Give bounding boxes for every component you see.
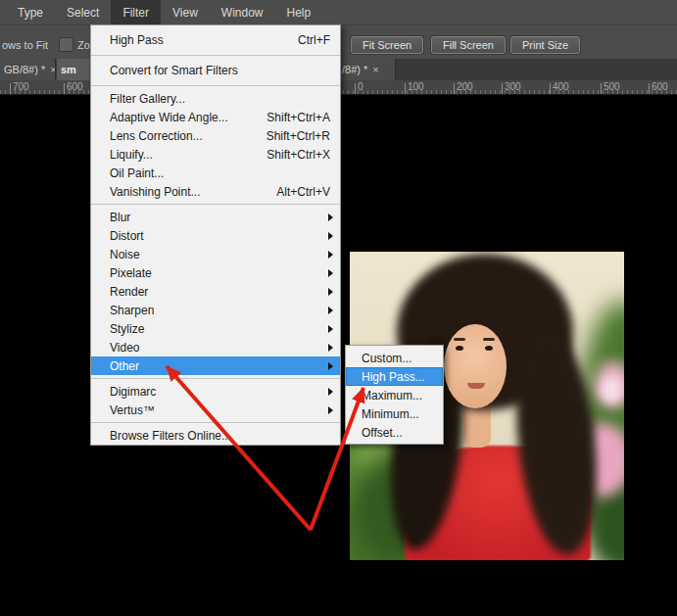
menu-item-blur[interactable]: Blur: [91, 208, 340, 226]
fit-screen-button[interactable]: Fit Screen: [351, 36, 423, 54]
menu-item-label: Offset...: [362, 426, 403, 440]
menu-item-maximum[interactable]: Maximum...: [346, 386, 443, 404]
ruler-major-tick: [550, 83, 551, 94]
submenu-arrow-icon: [328, 288, 333, 296]
menu-item-stylize[interactable]: Stylize: [91, 319, 340, 338]
menu-item-label: High Pass: [110, 33, 164, 47]
ruler-label: 500: [604, 81, 620, 92]
ruler-label: 200: [457, 81, 473, 92]
menu-item-label: Convert for Smart Filters: [110, 64, 238, 77]
menu-separator: [91, 85, 340, 86]
menu-item-label: Distort: [110, 229, 144, 243]
menu-item-label: Vertus™: [110, 403, 155, 417]
submenu-arrow-icon: [328, 213, 333, 221]
photo-flower-white: [601, 377, 622, 403]
menu-item-label: Vanishing Point...: [110, 185, 201, 199]
photo-face: [444, 324, 507, 408]
submenu-arrow-icon: [328, 388, 333, 396]
menu-item-label: Filter Gallery...: [110, 92, 185, 106]
menu-item-browse-filters-online[interactable]: Browse Filters Online...: [91, 426, 340, 445]
ruler-label: 300: [505, 81, 521, 92]
menu-item-shortcut: Shift+Ctrl+R: [266, 129, 333, 143]
submenu-arrow-icon: [328, 251, 333, 259]
document-tab-8[interactable]: /8#) *×: [338, 59, 396, 80]
resize-windows-to-fit-label: ows to Fit: [2, 39, 48, 51]
tab-close-icon[interactable]: ×: [50, 64, 56, 75]
menu-item-video[interactable]: Video: [91, 338, 340, 356]
menu-item-label: Pixelate: [110, 266, 152, 280]
menu-item-label: Oil Paint...: [110, 166, 164, 180]
document-tab-gb-8[interactable]: GB/8#) *×: [0, 59, 56, 80]
photoshop-window: TypeSelectFilterViewWindowHelp ows to Fi…: [0, 0, 677, 616]
menu-item-label: Adaptive Wide Angle...: [110, 111, 228, 124]
menu-item-render[interactable]: Render: [91, 282, 340, 301]
menu-item-label: Lens Correction...: [110, 129, 203, 143]
menu-item-label: High Pass...: [362, 370, 425, 384]
ruler-label: 600: [67, 81, 83, 92]
menu-separator: [91, 55, 340, 56]
photo-brow-left: [454, 338, 465, 341]
menu-item-convert-for-smart-filters[interactable]: Convert for Smart Filters: [91, 59, 340, 82]
menu-item-high-pass[interactable]: High PassCtrl+F: [91, 28, 340, 52]
menu-item-noise[interactable]: Noise: [91, 245, 340, 263]
menu-item-high-pass[interactable]: High Pass...: [346, 367, 443, 386]
tab-label: /8#) *: [342, 64, 367, 75]
menubar-item-help[interactable]: Help: [275, 0, 323, 24]
menubar-item-window[interactable]: Window: [210, 0, 275, 24]
menu-item-lens-correction[interactable]: Lens Correction...Shift+Ctrl+R: [91, 126, 340, 145]
submenu-arrow-icon: [328, 344, 333, 352]
menu-item-vertus[interactable]: Vertus™: [91, 401, 340, 419]
fill-screen-button[interactable]: Fill Screen: [431, 36, 506, 54]
menu-item-adaptive-wide-angle[interactable]: Adaptive Wide Angle...Shift+Ctrl+A: [91, 108, 340, 126]
ruler-label: 600: [652, 81, 668, 92]
menu-item-offset[interactable]: Offset...: [346, 423, 443, 442]
submenu-arrow-icon: [328, 406, 333, 414]
submenu-arrow-icon: [328, 362, 333, 370]
menubar-item-view[interactable]: View: [161, 0, 210, 24]
menu-item-shortcut: Alt+Ctrl+V: [276, 185, 333, 199]
menu-item-label: Video: [110, 341, 139, 355]
tab-label: sm: [61, 64, 76, 75]
tab-label: GB/8#) *: [4, 64, 45, 75]
menu-item-digimarc[interactable]: Digimarc: [91, 382, 340, 401]
menu-item-label: Liquify...: [110, 148, 153, 162]
menubar-item-filter[interactable]: Filter: [111, 0, 161, 24]
ruler-major-tick: [405, 83, 406, 94]
ruler-major-tick: [502, 83, 503, 94]
menu-item-pixelate[interactable]: Pixelate: [91, 263, 340, 282]
ruler-major-tick: [64, 83, 65, 94]
menu-item-oil-paint[interactable]: Oil Paint...: [91, 164, 340, 182]
menu-item-label: Render: [110, 285, 148, 299]
menu-item-label: Digimarc: [110, 385, 156, 399]
menu-item-label: Stylize: [110, 322, 144, 336]
menu-separator: [91, 378, 340, 379]
menu-item-filter-gallery[interactable]: Filter Gallery...: [91, 89, 340, 108]
menu-item-shortcut: Ctrl+F: [298, 33, 333, 47]
menu-item-sharpen[interactable]: Sharpen: [91, 301, 340, 319]
print-size-button[interactable]: Print Size: [510, 36, 580, 54]
ruler-label: 700: [13, 81, 29, 92]
menu-item-custom[interactable]: Custom...: [346, 349, 443, 367]
photo-eye-right: [485, 346, 493, 351]
menubar-item-type[interactable]: Type: [6, 0, 55, 24]
menu-item-vanishing-point[interactable]: Vanishing Point...Alt+Ctrl+V: [91, 182, 340, 201]
menu-item-other[interactable]: Other: [91, 356, 340, 375]
menu-item-label: Minimum...: [362, 407, 419, 421]
submenu-arrow-icon: [328, 232, 333, 240]
menu-item-distort[interactable]: Distort: [91, 226, 340, 245]
submenu-arrow-icon: [328, 269, 333, 277]
menu-item-label: Maximum...: [362, 389, 422, 403]
ruler-major-tick: [355, 83, 356, 94]
submenu-arrow-icon: [328, 307, 333, 314]
menubar-item-select[interactable]: Select: [55, 0, 111, 24]
zoom-checkbox[interactable]: [59, 37, 73, 52]
menu-item-liquify[interactable]: Liquify...Shift+Ctrl+X: [91, 145, 340, 164]
photo-brow-right: [483, 338, 495, 341]
tab-close-icon[interactable]: ×: [372, 64, 378, 75]
ruler-label: 400: [553, 81, 569, 92]
menu-item-minimum[interactable]: Minimum...: [346, 404, 443, 423]
menu-separator: [91, 422, 340, 423]
menu-item-label: Noise: [110, 248, 140, 261]
document-tab-sm[interactable]: sm: [57, 59, 91, 80]
filter-menu-dropdown: High PassCtrl+FConvert for Smart Filters…: [90, 24, 341, 446]
